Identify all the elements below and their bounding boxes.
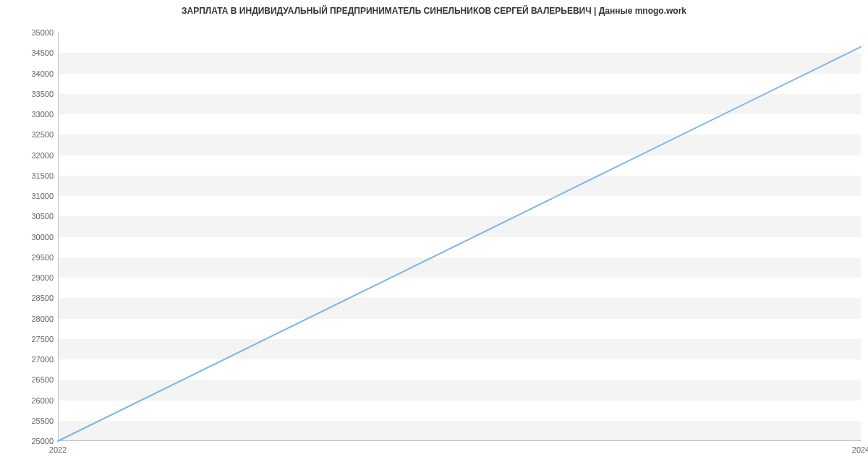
x-tick-label: 2022 (49, 445, 67, 454)
y-tick-label: 29500 (31, 253, 54, 262)
y-tick-label: 33500 (31, 90, 54, 98)
y-tick-label: 30500 (31, 212, 54, 221)
y-tick-label: 27000 (31, 355, 54, 364)
y-tick-label: 27500 (31, 335, 54, 343)
y-tick-label: 32500 (31, 130, 54, 139)
line-series-layer (58, 33, 861, 441)
y-tick-label: 31500 (31, 171, 54, 180)
y-tick-label: 34500 (31, 48, 54, 57)
y-tick-label: 26500 (31, 375, 54, 384)
chart-title: ЗАРПЛАТА В ИНДИВИДУАЛЬНЫЙ ПРЕДПРИНИМАТЕЛ… (0, 6, 868, 16)
y-tick-label: 31000 (31, 192, 54, 200)
salary-line (58, 47, 861, 441)
salary-line-chart: ЗАРПЛАТА В ИНДИВИДУАЛЬНЫЙ ПРЕДПРИНИМАТЕЛ… (0, 0, 868, 470)
y-tick-label: 25000 (31, 437, 54, 445)
y-tick-label: 33000 (31, 110, 54, 119)
plot-area: 2500025500260002650027000275002800028500… (58, 33, 861, 441)
y-tick-label: 25500 (31, 416, 54, 425)
x-tick-label: 2024 (852, 445, 868, 454)
y-tick-label: 35000 (31, 28, 54, 37)
y-tick-label: 28000 (31, 315, 54, 323)
y-tick-label: 26000 (31, 396, 54, 405)
y-tick-label: 32000 (31, 151, 54, 160)
y-tick-label: 34000 (31, 69, 54, 78)
y-tick-label: 29000 (31, 273, 54, 282)
y-tick-label: 30000 (31, 233, 54, 242)
y-tick-label: 28500 (31, 294, 54, 302)
